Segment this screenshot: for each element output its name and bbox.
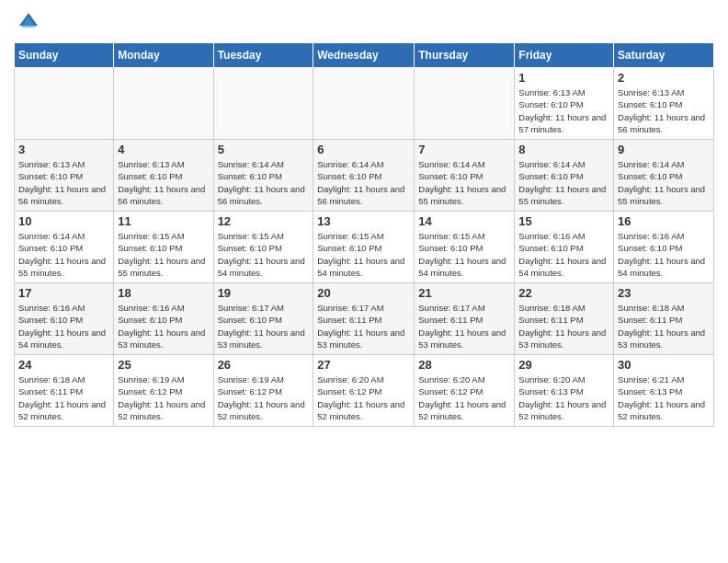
day-info: Sunrise: 6:14 AM Sunset: 6:10 PM Dayligh…: [618, 158, 710, 207]
day-info: Sunrise: 6:15 AM Sunset: 6:10 PM Dayligh…: [218, 230, 310, 279]
calendar-cell: 20Sunrise: 6:17 AM Sunset: 6:11 PM Dayli…: [313, 283, 415, 355]
day-info: Sunrise: 6:19 AM Sunset: 6:12 PM Dayligh…: [118, 373, 209, 422]
day-info: Sunrise: 6:14 AM Sunset: 6:10 PM Dayligh…: [218, 158, 310, 207]
day-header-monday: Monday: [114, 43, 213, 68]
day-info: Sunrise: 6:14 AM Sunset: 6:10 PM Dayligh…: [317, 158, 410, 207]
calendar-cell: 23Sunrise: 6:18 AM Sunset: 6:11 PM Dayli…: [614, 283, 714, 355]
calendar-cell: 10Sunrise: 6:14 AM Sunset: 6:10 PM Dayli…: [15, 212, 114, 283]
day-info: Sunrise: 6:13 AM Sunset: 6:10 PM Dayligh…: [618, 86, 710, 135]
calendar-cell: 30Sunrise: 6:21 AM Sunset: 6:13 PM Dayli…: [614, 355, 714, 427]
day-number: 28: [418, 358, 510, 372]
day-number: 21: [418, 286, 510, 300]
day-number: 1: [518, 71, 609, 85]
calendar-cell: [213, 68, 313, 140]
day-info: Sunrise: 6:14 AM Sunset: 6:10 PM Dayligh…: [418, 158, 510, 207]
day-info: Sunrise: 6:20 AM Sunset: 6:12 PM Dayligh…: [317, 373, 410, 422]
day-header-saturday: Saturday: [614, 43, 714, 68]
week-row-1: 1Sunrise: 6:13 AM Sunset: 6:10 PM Daylig…: [15, 68, 714, 140]
calendar-cell: [415, 68, 515, 140]
week-row-3: 10Sunrise: 6:14 AM Sunset: 6:10 PM Dayli…: [15, 212, 714, 283]
day-info: Sunrise: 6:16 AM Sunset: 6:10 PM Dayligh…: [118, 302, 209, 350]
day-info: Sunrise: 6:16 AM Sunset: 6:10 PM Dayligh…: [518, 230, 609, 279]
calendar-container: SundayMondayTuesdayWednesdayThursdayFrid…: [0, 0, 728, 436]
day-info: Sunrise: 6:13 AM Sunset: 6:10 PM Dayligh…: [18, 158, 109, 207]
day-number: 5: [218, 143, 310, 156]
calendar-cell: 27Sunrise: 6:20 AM Sunset: 6:12 PM Dayli…: [313, 355, 415, 427]
day-header-thursday: Thursday: [415, 43, 515, 68]
day-number: 26: [218, 358, 310, 372]
day-header-friday: Friday: [515, 43, 614, 68]
day-number: 10: [18, 214, 109, 228]
day-number: 14: [418, 214, 510, 228]
calendar-cell: 22Sunrise: 6:18 AM Sunset: 6:11 PM Dayli…: [515, 283, 614, 355]
day-number: 7: [418, 143, 510, 156]
day-number: 20: [317, 286, 410, 300]
day-number: 24: [18, 358, 109, 372]
logo: [14, 9, 41, 35]
day-number: 4: [118, 143, 209, 156]
calendar-cell: 16Sunrise: 6:16 AM Sunset: 6:10 PM Dayli…: [614, 212, 714, 283]
day-info: Sunrise: 6:17 AM Sunset: 6:11 PM Dayligh…: [418, 302, 510, 350]
day-info: Sunrise: 6:17 AM Sunset: 6:10 PM Dayligh…: [218, 302, 310, 350]
day-info: Sunrise: 6:13 AM Sunset: 6:10 PM Dayligh…: [518, 86, 609, 135]
calendar-cell: 13Sunrise: 6:15 AM Sunset: 6:10 PM Dayli…: [313, 212, 415, 283]
day-info: Sunrise: 6:18 AM Sunset: 6:11 PM Dayligh…: [18, 373, 109, 422]
calendar-cell: 28Sunrise: 6:20 AM Sunset: 6:12 PM Dayli…: [415, 355, 515, 427]
day-header-sunday: Sunday: [15, 43, 114, 68]
day-info: Sunrise: 6:18 AM Sunset: 6:11 PM Dayligh…: [518, 302, 609, 350]
calendar-cell: 7Sunrise: 6:14 AM Sunset: 6:10 PM Daylig…: [415, 140, 515, 212]
calendar-cell: 6Sunrise: 6:14 AM Sunset: 6:10 PM Daylig…: [313, 140, 415, 212]
calendar-cell: 12Sunrise: 6:15 AM Sunset: 6:10 PM Dayli…: [213, 212, 313, 283]
day-info: Sunrise: 6:15 AM Sunset: 6:10 PM Dayligh…: [418, 230, 510, 279]
calendar-cell: 17Sunrise: 6:16 AM Sunset: 6:10 PM Dayli…: [15, 283, 114, 355]
calendar-cell: 26Sunrise: 6:19 AM Sunset: 6:12 PM Dayli…: [213, 355, 313, 427]
day-number: 9: [618, 143, 710, 156]
day-info: Sunrise: 6:20 AM Sunset: 6:12 PM Dayligh…: [418, 373, 510, 422]
calendar-cell: 1Sunrise: 6:13 AM Sunset: 6:10 PM Daylig…: [515, 68, 614, 140]
calendar-cell: 21Sunrise: 6:17 AM Sunset: 6:11 PM Dayli…: [415, 283, 515, 355]
calendar-cell: 3Sunrise: 6:13 AM Sunset: 6:10 PM Daylig…: [15, 140, 114, 212]
day-info: Sunrise: 6:18 AM Sunset: 6:11 PM Dayligh…: [618, 302, 710, 350]
calendar-cell: 4Sunrise: 6:13 AM Sunset: 6:10 PM Daylig…: [114, 140, 213, 212]
logo-icon: [16, 9, 41, 35]
day-info: Sunrise: 6:17 AM Sunset: 6:11 PM Dayligh…: [317, 302, 410, 350]
calendar-cell: 15Sunrise: 6:16 AM Sunset: 6:10 PM Dayli…: [515, 212, 614, 283]
calendar-cell: 19Sunrise: 6:17 AM Sunset: 6:10 PM Dayli…: [213, 283, 313, 355]
day-number: 29: [518, 358, 609, 372]
week-row-5: 24Sunrise: 6:18 AM Sunset: 6:11 PM Dayli…: [15, 355, 714, 427]
day-number: 22: [518, 286, 609, 300]
day-number: 11: [118, 214, 209, 228]
day-number: 8: [518, 143, 609, 156]
calendar-cell: 29Sunrise: 6:20 AM Sunset: 6:13 PM Dayli…: [515, 355, 614, 427]
calendar-cell: 2Sunrise: 6:13 AM Sunset: 6:10 PM Daylig…: [614, 68, 714, 140]
calendar-cell: [15, 68, 114, 140]
day-info: Sunrise: 6:13 AM Sunset: 6:10 PM Dayligh…: [118, 158, 209, 207]
day-number: 30: [618, 358, 710, 372]
day-number: 2: [618, 71, 710, 85]
day-info: Sunrise: 6:19 AM Sunset: 6:12 PM Dayligh…: [218, 373, 310, 422]
calendar-cell: [114, 68, 213, 140]
day-number: 15: [518, 214, 609, 228]
calendar-cell: 25Sunrise: 6:19 AM Sunset: 6:12 PM Dayli…: [114, 355, 213, 427]
day-number: 3: [18, 143, 109, 156]
day-header-wednesday: Wednesday: [313, 43, 415, 68]
days-header-row: SundayMondayTuesdayWednesdayThursdayFrid…: [15, 43, 714, 68]
calendar-cell: 14Sunrise: 6:15 AM Sunset: 6:10 PM Dayli…: [415, 212, 515, 283]
day-number: 25: [118, 358, 209, 372]
day-number: 27: [317, 358, 410, 372]
calendar-cell: 9Sunrise: 6:14 AM Sunset: 6:10 PM Daylig…: [614, 140, 714, 212]
calendar-cell: 8Sunrise: 6:14 AM Sunset: 6:10 PM Daylig…: [515, 140, 614, 212]
day-number: 13: [317, 214, 410, 228]
day-info: Sunrise: 6:21 AM Sunset: 6:13 PM Dayligh…: [618, 373, 710, 422]
week-row-4: 17Sunrise: 6:16 AM Sunset: 6:10 PM Dayli…: [15, 283, 714, 355]
day-info: Sunrise: 6:14 AM Sunset: 6:10 PM Dayligh…: [18, 230, 109, 279]
day-info: Sunrise: 6:16 AM Sunset: 6:10 PM Dayligh…: [18, 302, 109, 350]
calendar-cell: 11Sunrise: 6:15 AM Sunset: 6:10 PM Dayli…: [114, 212, 213, 283]
day-info: Sunrise: 6:20 AM Sunset: 6:13 PM Dayligh…: [518, 373, 609, 422]
calendar-table: SundayMondayTuesdayWednesdayThursdayFrid…: [14, 42, 714, 427]
day-info: Sunrise: 6:14 AM Sunset: 6:10 PM Dayligh…: [518, 158, 609, 207]
header: [14, 9, 714, 35]
day-number: 16: [618, 214, 710, 228]
calendar-cell: 5Sunrise: 6:14 AM Sunset: 6:10 PM Daylig…: [213, 140, 313, 212]
day-info: Sunrise: 6:15 AM Sunset: 6:10 PM Dayligh…: [118, 230, 209, 279]
